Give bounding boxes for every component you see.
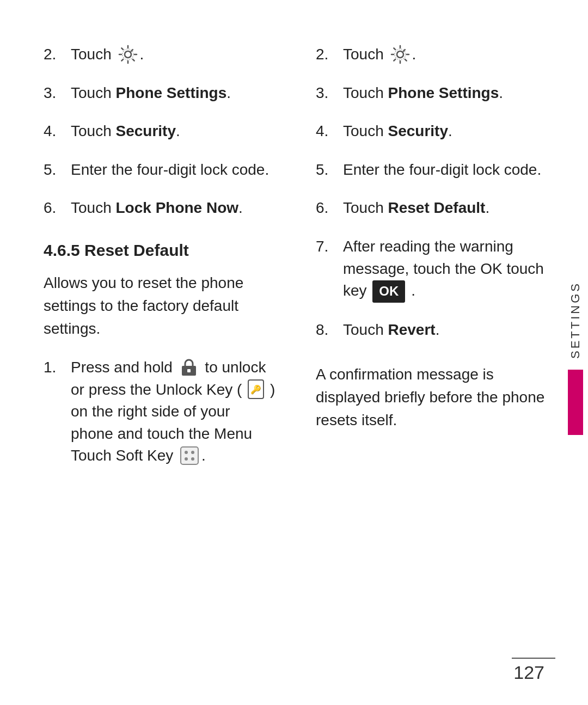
- svg-point-5: [185, 451, 188, 454]
- right-step-3: 3. Touch Phone Settings.: [316, 82, 555, 105]
- right-step-3-text: Touch Phone Settings.: [343, 82, 503, 105]
- step-4-number: 4.: [44, 120, 71, 142]
- right-step-4-bold: Security: [388, 122, 449, 139]
- right-step-6-text: Touch Reset Default.: [343, 197, 489, 219]
- right-step-5: 5. Enter the four-digit lock code.: [316, 159, 555, 181]
- section-title: 4.6.5 Reset Default: [44, 241, 283, 260]
- right-step-4-number: 4.: [316, 120, 343, 142]
- sidebar-settings: SETTINGS: [563, 270, 588, 434]
- settings-label: SETTINGS: [563, 270, 588, 369]
- step-6-text: Touch Lock Phone Now.: [71, 197, 243, 219]
- left-step-6: 6. Touch Lock Phone Now.: [44, 197, 283, 219]
- right-step-6-bold: Reset Default: [388, 199, 486, 216]
- svg-point-6: [191, 451, 194, 454]
- right-step-8-bold: Revert: [388, 321, 436, 338]
- step-4-bold: Security: [116, 122, 176, 139]
- svg-rect-4: [181, 447, 198, 464]
- lock-icon: [179, 357, 199, 378]
- reset-step-1-text: Press and hold to unlock or press the Un…: [71, 357, 275, 467]
- step-3-text: Touch Phone Settings.: [71, 82, 231, 105]
- menu-soft-key-icon: [179, 445, 200, 466]
- reset-step-1-number: 1.: [44, 357, 71, 378]
- gear-icon-left-2: [118, 44, 138, 65]
- step-2-text: Touch .: [71, 44, 144, 66]
- svg-point-8: [191, 457, 194, 461]
- right-step-6-number: 6.: [316, 197, 343, 218]
- svg-point-0: [125, 51, 131, 58]
- right-step-8-text: Touch Revert.: [343, 319, 439, 341]
- gear-icon-right-2: [390, 44, 411, 65]
- right-step-5-text: Enter the four-digit lock code.: [343, 159, 541, 181]
- step-4-text: Touch Security.: [71, 120, 180, 143]
- right-step-5-number: 5.: [316, 159, 343, 180]
- right-step-2-text: Touch .: [343, 44, 416, 66]
- right-step-4-text: Touch Security.: [343, 120, 452, 143]
- right-step-2-number: 2.: [316, 44, 343, 65]
- left-reset-step-1: 1. Press and hold to unlock or press the…: [44, 357, 283, 467]
- right-step-7-text: After reading the warning message, touch…: [343, 236, 555, 303]
- step-6-bold: Lock Phone Now: [116, 199, 239, 216]
- right-step-3-number: 3.: [316, 82, 343, 103]
- left-step-5: 5. Enter the four-digit lock code.: [44, 159, 283, 181]
- svg-point-7: [185, 457, 188, 461]
- step-3-number: 3.: [44, 82, 71, 103]
- right-step-2: 2. Touch .: [316, 44, 555, 66]
- right-step-8: 8. Touch Revert.: [316, 319, 555, 341]
- step-2-number: 2.: [44, 44, 71, 65]
- step-5-text: Enter the four-digit lock code.: [71, 159, 269, 181]
- unlock-key-icon: 🔑: [248, 379, 264, 399]
- right-step-3-bold: Phone Settings: [388, 84, 499, 101]
- step-3-bold: Phone Settings: [116, 84, 227, 101]
- section-description: Allows you to reset the phone settings t…: [44, 272, 283, 340]
- right-step-8-number: 8.: [316, 319, 343, 340]
- page-number: 127: [513, 662, 544, 683]
- left-step-3: 3. Touch Phone Settings.: [44, 82, 283, 105]
- step-6-number: 6.: [44, 197, 71, 218]
- ok-badge: OK: [372, 280, 405, 303]
- right-step-7-number: 7.: [316, 236, 343, 257]
- right-column: 2. Touch . 3. Touch Phone Settings.: [316, 44, 555, 672]
- left-column: 2. Touch . 3. Touch Phone Settings.: [44, 44, 283, 672]
- page-divider: [512, 658, 555, 659]
- confirmation-note: A confirmation message is displayed brie…: [316, 363, 555, 432]
- step-5-number: 5.: [44, 159, 71, 180]
- svg-rect-3: [187, 369, 191, 372]
- left-step-2: 2. Touch .: [44, 44, 283, 66]
- right-step-4: 4. Touch Security.: [316, 120, 555, 143]
- svg-point-9: [397, 51, 403, 58]
- settings-bar: [568, 370, 583, 435]
- left-step-4: 4. Touch Security.: [44, 120, 283, 143]
- right-step-6: 6. Touch Reset Default.: [316, 197, 555, 219]
- right-step-7: 7. After reading the warning message, to…: [316, 236, 555, 303]
